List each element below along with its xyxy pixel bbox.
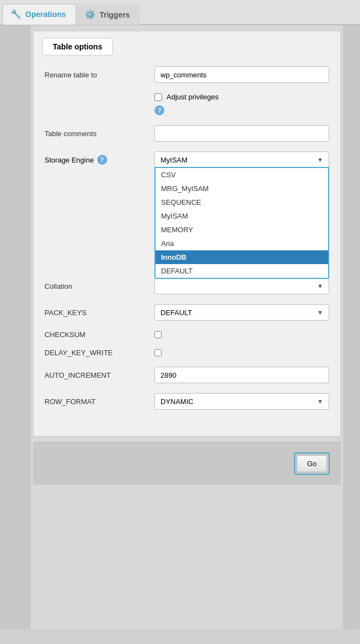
storage-engine-row: Storage Engine ? MyISAM ▼ CSV MRG_MyISAM… <box>45 152 329 168</box>
table-comments-label: Table comments <box>45 130 154 138</box>
help-icon[interactable]: ? <box>154 105 164 115</box>
dropdown-item-csv[interactable]: CSV <box>156 168 328 182</box>
help-icon-row: ? <box>154 105 329 115</box>
pack-keys-arrow: ▼ <box>317 309 323 316</box>
table-comments-input[interactable] <box>154 125 329 142</box>
right-strip <box>344 25 360 629</box>
storage-engine-arrow: ▼ <box>317 156 323 163</box>
adjust-privileges-row: Adjust privileges <box>154 93 329 101</box>
tab-triggers-label: Triggers <box>99 10 130 19</box>
row-format-select[interactable]: DYNAMIC ▼ <box>154 393 329 410</box>
collation-select-wrapper: ▼ <box>154 278 329 294</box>
operations-icon: 🔧 <box>10 9 21 19</box>
checksum-checkbox[interactable] <box>154 331 162 338</box>
storage-engine-select[interactable]: MyISAM ▼ <box>154 152 329 168</box>
auto-increment-row: AUTO_INCREMENT <box>45 367 329 383</box>
sidebar-strip <box>0 25 30 629</box>
dropdown-item-myisam[interactable]: MyISAM <box>156 209 328 223</box>
collation-label: Collation <box>45 282 154 290</box>
delay-key-write-label: DELAY_KEY_WRITE <box>45 349 154 357</box>
go-button[interactable]: Go <box>297 455 327 472</box>
row-format-arrow: ▼ <box>317 398 323 405</box>
storage-engine-value: MyISAM <box>160 156 187 164</box>
row-format-label: ROW_FORMAT <box>45 397 154 406</box>
pack-keys-value: DEFAULT <box>160 309 192 317</box>
auto-increment-label: AUTO_INCREMENT <box>45 371 154 379</box>
collation-select[interactable]: ▼ <box>154 278 329 294</box>
tab-operations-label: Operations <box>25 10 66 19</box>
collation-arrow: ▼ <box>317 283 323 289</box>
pack-keys-select[interactable]: DEFAULT ▼ <box>154 304 329 321</box>
storage-engine-help-icon[interactable]: ? <box>97 155 107 165</box>
storage-engine-dropdown: CSV MRG_MyISAM SEQUENCE MyISAM MEMORY Ar… <box>154 167 329 279</box>
delay-key-write-checkbox[interactable] <box>154 349 162 356</box>
card-header: Table options <box>42 38 113 55</box>
storage-engine-label: Storage Engine <box>45 156 94 164</box>
collation-row: Collation ▼ <box>45 278 329 294</box>
checksum-label: CHECKSUM <box>45 331 154 339</box>
tab-triggers[interactable]: ⚙️ Triggers <box>76 4 140 25</box>
storage-engine-label-group: Storage Engine ? <box>45 155 154 165</box>
main-content: Table options Rename table to Adjust pri… <box>0 25 360 629</box>
tab-bar: 🔧 Operations ⚙️ Triggers <box>0 0 360 25</box>
row-format-value: DYNAMIC <box>160 397 193 406</box>
dropdown-item-memory[interactable]: MEMORY <box>156 223 328 237</box>
triggers-icon: ⚙️ <box>85 9 96 20</box>
rename-label: Rename table to <box>45 71 154 79</box>
tab-operations[interactable]: 🔧 Operations <box>2 4 76 25</box>
rename-table-row: Rename table to <box>45 66 329 83</box>
go-area: Go <box>33 442 341 485</box>
dropdown-item-innodb[interactable]: InnoDB <box>156 250 328 264</box>
dropdown-item-sequence[interactable]: SEQUENCE <box>156 195 328 209</box>
pack-keys-row: PACK_KEYS DEFAULT ▼ <box>45 304 329 321</box>
table-comments-row: Table comments <box>45 125 329 142</box>
table-options-card: Table options Rename table to Adjust pri… <box>33 31 341 436</box>
row-format-row: ROW_FORMAT DYNAMIC ▼ <box>45 393 329 410</box>
center-panel: Table options Rename table to Adjust pri… <box>30 25 344 629</box>
dropdown-item-aria[interactable]: Aria <box>156 237 328 250</box>
checksum-row: CHECKSUM <box>45 331 329 339</box>
delay-key-write-row: DELAY_KEY_WRITE <box>45 349 329 357</box>
storage-engine-select-wrapper: MyISAM ▼ CSV MRG_MyISAM SEQUENCE MyISAM … <box>154 152 329 168</box>
auto-increment-input[interactable] <box>154 367 329 383</box>
adjust-privileges-checkbox[interactable] <box>154 93 162 101</box>
pack-keys-label: PACK_KEYS <box>45 309 154 317</box>
adjust-privileges-label: Adjust privileges <box>167 93 219 101</box>
go-button-wrapper: Go <box>294 452 330 475</box>
dropdown-item-default[interactable]: DEFAULT <box>156 264 328 278</box>
rename-input[interactable] <box>154 66 329 83</box>
dropdown-item-mrg[interactable]: MRG_MyISAM <box>156 182 328 195</box>
form-area: Rename table to Adjust privileges ? Tabl… <box>34 55 340 425</box>
